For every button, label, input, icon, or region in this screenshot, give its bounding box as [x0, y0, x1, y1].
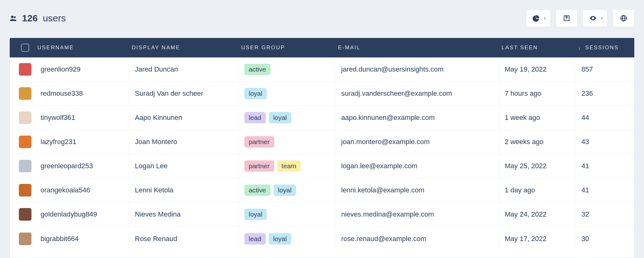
username: orangekoala546	[41, 186, 90, 194]
col-username[interactable]: USERNAME	[32, 38, 126, 57]
avatar	[19, 63, 31, 76]
email: jared.duncan@usersinsights.com	[341, 65, 444, 73]
email: suradj.vanderscheer@example.com	[341, 89, 452, 98]
username: tinywolf361	[41, 114, 75, 122]
username: lazyfrog231	[41, 138, 76, 146]
segments-button[interactable]: ▾	[526, 9, 551, 27]
sessions-count: 857	[581, 65, 593, 73]
display-name: Aapo Kinnunen	[135, 114, 182, 122]
username: greenlion929	[41, 65, 80, 73]
svg-point-0	[11, 16, 14, 18]
username: redmouse338	[41, 89, 83, 98]
table-row[interactable]: orangekoala546Lenni Ketolaactiveloyallen…	[10, 178, 634, 202]
display-name: Nieves Medina	[135, 210, 181, 218]
avatar	[19, 208, 31, 221]
svg-point-1	[14, 16, 16, 18]
col-last-seen[interactable]: LAST SEEN	[496, 38, 573, 57]
last-seen: 1 week ago	[505, 114, 540, 122]
last-seen: May 24, 2022	[505, 210, 547, 218]
username: bigrabbit664	[41, 235, 79, 243]
email: lenni.ketola@example.com	[341, 186, 424, 194]
avatar	[19, 111, 31, 124]
globe-button[interactable]	[613, 9, 635, 27]
export-button[interactable]	[556, 9, 578, 27]
last-seen: 2 weeks ago	[505, 138, 544, 146]
display-name: Suradj Van der scheer	[135, 89, 203, 98]
email: joan.montero@example.com	[341, 138, 430, 146]
display-name: Lenni Ketola	[135, 186, 173, 194]
table-row[interactable]: greenlion929Jared Duncanactivejared.dunc…	[10, 57, 634, 82]
group-tag[interactable]: loyal	[269, 233, 291, 245]
group-tag[interactable]: loyal	[274, 185, 296, 196]
last-seen: 7 hours ago	[505, 89, 541, 98]
visibility-button[interactable]: ▾	[583, 9, 608, 27]
globe-icon	[620, 14, 627, 22]
sessions-count: 30	[581, 235, 589, 243]
chevron-down-icon: ▾	[544, 16, 546, 21]
avatar	[19, 184, 31, 196]
last-seen: May 19, 2022	[505, 65, 547, 73]
last-seen: May 25, 2022	[505, 162, 547, 170]
group-tag[interactable]: team	[277, 160, 301, 172]
group-tag[interactable]: loyal	[269, 112, 291, 123]
avatar	[19, 136, 31, 148]
group-tag[interactable]: active	[244, 185, 270, 196]
svg-point-2	[592, 18, 594, 19]
sessions-count: 236	[581, 89, 593, 98]
table-row[interactable]: goldenladybug849Nieves Medinaloyalnieves…	[10, 202, 634, 227]
display-name: Jared Duncan	[135, 65, 178, 73]
pie-chart-icon	[532, 14, 540, 22]
group-tag[interactable]: active	[244, 64, 270, 75]
sort-desc-icon: ↓	[578, 45, 581, 51]
group-tag[interactable]: loyal	[244, 88, 267, 99]
users-table: USERNAME DISPLAY NAME USER GROUP E-MAIL …	[9, 38, 635, 258]
avatar	[19, 160, 31, 172]
col-display-name[interactable]: DISPLAY NAME	[126, 38, 236, 57]
avatar	[19, 87, 31, 100]
col-sessions[interactable]: ↓SESSIONS	[573, 38, 634, 57]
user-count-label: users	[43, 13, 66, 24]
group-tag[interactable]: lead	[244, 112, 266, 123]
chevron-down-icon: ▾	[601, 16, 603, 21]
col-user-group[interactable]: USER GROUP	[236, 38, 332, 57]
table-row[interactable]: tinywolf361Aapo Kinnunenleadloyalaapo.ki…	[10, 106, 634, 130]
display-name: Joan Montero	[135, 138, 177, 146]
group-tag[interactable]: partner	[244, 160, 274, 172]
avatar	[19, 233, 31, 245]
sessions-count: 32	[581, 210, 589, 218]
username: goldenladybug849	[41, 210, 97, 218]
sessions-count: 41	[581, 186, 589, 194]
username: greenleopard253	[41, 162, 93, 170]
sessions-count: 41	[581, 162, 589, 170]
select-all-checkbox[interactable]	[21, 44, 29, 52]
table-row[interactable]: bigrabbit664Rose Renaudleadloyalrose.ren…	[10, 227, 634, 251]
email: aapo.kinnunen@example.com	[341, 114, 435, 122]
eye-icon	[589, 14, 597, 22]
email: nieves.medina@example.com	[341, 210, 434, 218]
col-email[interactable]: E-MAIL	[332, 38, 496, 57]
export-icon	[563, 14, 570, 22]
page-title: 126 users	[9, 13, 66, 24]
sessions-count: 43	[581, 138, 589, 146]
table-header: USERNAME DISPLAY NAME USER GROUP E-MAIL …	[10, 38, 634, 57]
table-row[interactable]: redmouse338Suradj Van der scheerloyalsur…	[10, 82, 634, 106]
group-tag[interactable]: loyal	[244, 209, 267, 220]
user-count: 126	[22, 13, 38, 24]
display-name: Logan Lee	[135, 162, 168, 170]
group-tag[interactable]: partner	[244, 136, 274, 148]
email: rose.renaud@example.com	[341, 235, 426, 243]
display-name: Rose Renaud	[135, 235, 177, 243]
group-tag[interactable]: lead	[244, 233, 266, 245]
table-row[interactable]: lazyfrog231Joan Monteropartnerjoan.monte…	[10, 130, 634, 154]
last-seen: May 17, 2022	[505, 235, 547, 243]
last-seen: 1 day ago	[505, 186, 535, 194]
sessions-count: 44	[581, 114, 589, 122]
table-row[interactable]: greenleopard253Logan Leepartnerteamlogan…	[10, 154, 634, 178]
email: logan.lee@example.com	[341, 162, 417, 170]
users-icon	[9, 14, 17, 22]
